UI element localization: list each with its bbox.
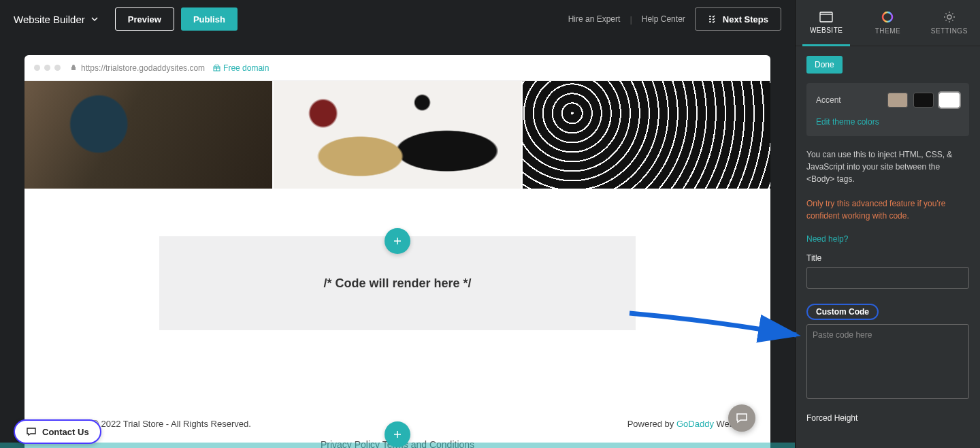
brand-dropdown[interactable]: Website Builder bbox=[14, 14, 99, 25]
powered-by: Powered by GoDaddy Websit bbox=[627, 419, 743, 429]
preview-button[interactable]: Preview bbox=[115, 7, 174, 31]
theme-icon bbox=[881, 11, 894, 23]
plus-icon bbox=[393, 430, 402, 439]
sidebar-body: Done Accent Edit theme colors You can us… bbox=[796, 46, 980, 448]
title-field-label: Title bbox=[806, 253, 969, 263]
godaddy-link[interactable]: GoDaddy bbox=[676, 419, 714, 429]
gallery-image-1[interactable] bbox=[24, 81, 272, 189]
lock-icon bbox=[70, 64, 77, 72]
website-icon bbox=[819, 12, 833, 22]
chat-icon bbox=[735, 411, 749, 425]
tab-theme-label: THEME bbox=[875, 27, 901, 35]
chevron-down-icon bbox=[91, 15, 99, 23]
tab-theme[interactable]: THEME bbox=[857, 0, 918, 46]
top-bar: Website Builder Preview Publish Hire an … bbox=[0, 0, 795, 38]
svg-point-2 bbox=[883, 12, 892, 22]
swatch-tan[interactable] bbox=[887, 93, 908, 108]
edit-theme-colors-link[interactable]: Edit theme colors bbox=[816, 117, 879, 127]
custom-code-textarea[interactable] bbox=[806, 324, 969, 399]
checklist-icon bbox=[708, 14, 717, 24]
publish-button[interactable]: Publish bbox=[181, 7, 238, 31]
swatch-white[interactable] bbox=[939, 93, 960, 108]
chat-bubble-button[interactable] bbox=[728, 404, 755, 432]
inject-help-text: You can use this to inject HTML, CSS, & … bbox=[806, 148, 969, 185]
tab-website-label: WEBSITE bbox=[810, 27, 843, 34]
custom-code-heading: Custom Code bbox=[806, 304, 879, 320]
gift-icon bbox=[213, 64, 220, 71]
tab-website[interactable]: WEBSITE bbox=[796, 0, 857, 46]
contact-us-label: Contact Us bbox=[42, 427, 89, 437]
plus-icon bbox=[393, 236, 402, 246]
site-preview[interactable]: /* Code will render here */ Copyright © … bbox=[24, 81, 770, 448]
svg-rect-1 bbox=[820, 12, 832, 22]
sidebar-tabs: WEBSITE THEME SETTINGS bbox=[796, 0, 980, 46]
brand-label: Website Builder bbox=[14, 14, 85, 25]
free-domain-link[interactable]: Free domain bbox=[213, 63, 269, 73]
title-input[interactable] bbox=[806, 267, 969, 289]
free-domain-label: Free domain bbox=[223, 63, 269, 73]
need-help-link[interactable]: Need help? bbox=[806, 234, 848, 244]
bottom-accent-strip bbox=[0, 443, 795, 448]
tab-settings[interactable]: SETTINGS bbox=[919, 0, 980, 46]
canvas-area: https://trialstore.godaddysites.com Free… bbox=[0, 38, 795, 448]
tab-settings-label: SETTINGS bbox=[931, 27, 968, 35]
browser-chrome: https://trialstore.godaddysites.com Free… bbox=[24, 55, 770, 81]
gear-icon bbox=[943, 11, 956, 23]
code-placeholder-text: /* Code will render here */ bbox=[323, 276, 471, 291]
accent-card: Accent Edit theme colors bbox=[806, 83, 969, 136]
hire-expert-link[interactable]: Hire an Expert bbox=[568, 14, 621, 24]
chat-icon bbox=[26, 426, 37, 437]
accent-swatches bbox=[887, 93, 960, 108]
svg-point-3 bbox=[947, 15, 951, 19]
next-steps-button[interactable]: Next Steps bbox=[695, 7, 781, 31]
help-center-link[interactable]: Help Center bbox=[642, 14, 685, 24]
traffic-lights bbox=[34, 65, 61, 71]
contact-us-button[interactable]: Contact Us bbox=[14, 419, 101, 444]
gallery-image-2[interactable] bbox=[274, 81, 521, 189]
gallery-image-3[interactable] bbox=[523, 81, 770, 189]
url-text: https://trialstore.godaddysites.com bbox=[81, 63, 205, 73]
done-button[interactable]: Done bbox=[806, 56, 843, 74]
gallery-row bbox=[24, 81, 770, 189]
preview-browser: https://trialstore.godaddysites.com Free… bbox=[24, 55, 770, 448]
swatch-black[interactable] bbox=[913, 93, 934, 108]
sidebar-panel: WEBSITE THEME SETTINGS Done Accent bbox=[795, 0, 980, 448]
divider: | bbox=[630, 14, 632, 25]
warning-text: Only try this advanced feature if you're… bbox=[806, 197, 969, 222]
next-steps-label: Next Steps bbox=[723, 14, 768, 25]
add-section-button-top[interactable] bbox=[385, 228, 410, 254]
accent-label: Accent bbox=[816, 95, 841, 105]
forced-height-label: Forced Height bbox=[806, 413, 969, 423]
